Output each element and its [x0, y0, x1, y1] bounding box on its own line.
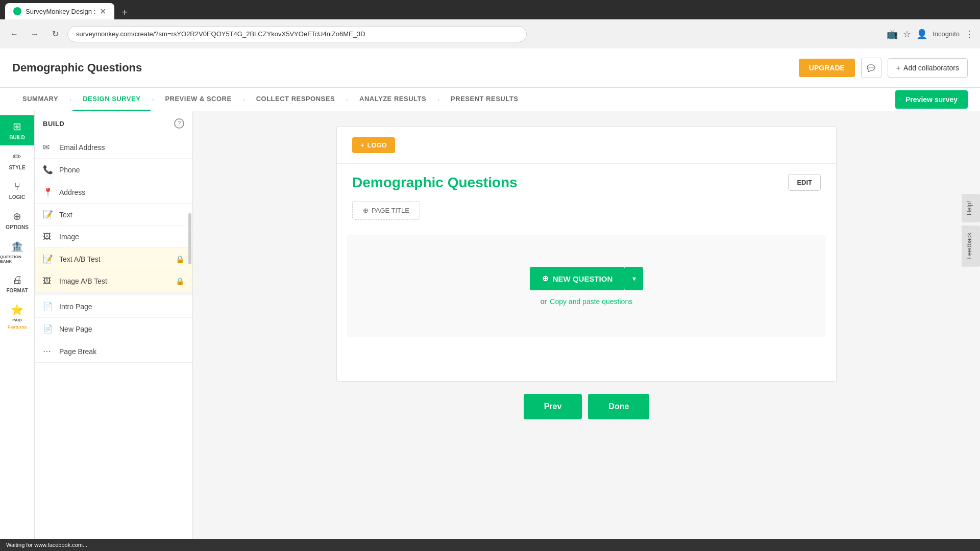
phone-label: Phone — [59, 166, 80, 174]
bookmark-icon[interactable]: ☆ — [903, 29, 911, 40]
page-title-label: PAGE TITLE — [372, 207, 409, 214]
email-label: Email Address — [59, 143, 105, 152]
tab-close-btn[interactable]: ✕ — [100, 7, 106, 16]
new-question-button[interactable]: ⊕ NEW QUESTION — [530, 267, 625, 290]
logic-icon: ⑂ — [14, 181, 20, 192]
address-icon: 📍 — [43, 187, 53, 197]
sidebar-item-logic[interactable]: ⑂ Logic — [0, 176, 34, 205]
nav-summary-label: SUMMARY — [22, 95, 58, 103]
build-item-phone[interactable]: 📞 Phone — [35, 159, 192, 181]
build-item-email[interactable]: ✉ Email Address — [35, 136, 192, 159]
nav-present-label: PRESENT RESULTS — [451, 95, 518, 103]
incognito-label: Incognito — [933, 30, 960, 38]
sidebar-item-question-bank[interactable]: 🏦 Question Bank — [0, 235, 34, 269]
preview-survey-button[interactable]: Preview survey — [895, 90, 968, 109]
build-icon: ⊞ — [13, 120, 21, 133]
copy-paste-row: or Copy and paste questions — [541, 297, 632, 306]
text-ab-label: Text A/B Test — [59, 255, 101, 263]
text-icon: 📝 — [43, 210, 53, 219]
image-icon: 🖼 — [43, 232, 53, 241]
sidebar-item-options[interactable]: ⊕ Options — [0, 205, 34, 235]
main-layout: ⊞ Build ✏ Style ⑂ Logic ⊕ Options 🏦 Ques… — [0, 111, 980, 551]
nav-item-analyze[interactable]: ANALYZE RESULTS — [349, 88, 436, 111]
nav-analyze-label: ANALYZE RESULTS — [359, 95, 426, 103]
browser-toolbar: ← → ↻ surveymonkey.com/create/?sm=rsYO2R… — [0, 19, 980, 48]
nav-preview-label: PREVIEW & SCORE — [165, 95, 231, 103]
nav-item-collect[interactable]: COLLECT RESPONSES — [246, 88, 345, 111]
nav-item-preview[interactable]: PREVIEW & SCORE — [155, 88, 241, 111]
tab-title: SurveyMonkey Design : — [26, 8, 95, 15]
new-tab-button[interactable]: + — [117, 5, 132, 19]
nav-collect-label: COLLECT RESPONSES — [256, 95, 335, 103]
url-text: surveymonkey.com/create/?sm=rsYO2R2V0EQO… — [76, 30, 365, 38]
feedback-label: Feedback — [966, 233, 973, 260]
help-tab[interactable]: Help! — [962, 194, 980, 222]
done-button[interactable]: Done — [588, 394, 649, 419]
circle-plus-icon: ⊕ — [363, 207, 369, 214]
toolbar-right: 📺 ☆ 👤 Incognito ⋮ — [887, 29, 974, 40]
new-question-dropdown-button[interactable]: ▾ — [625, 267, 643, 290]
browser-tab[interactable]: SurveyMonkey Design : ✕ — [5, 3, 114, 19]
build-help-icon[interactable]: ? — [174, 118, 184, 129]
address-label: Address — [59, 188, 85, 196]
logo-button[interactable]: + LOGO — [352, 137, 395, 153]
chevron-down-icon: ▾ — [632, 274, 636, 283]
menu-icon[interactable]: ⋮ — [965, 29, 974, 40]
app-title: Demographic Questions — [12, 61, 142, 84]
text-label: Text — [59, 211, 72, 219]
nav-buttons: Prev Done — [524, 394, 650, 419]
build-panel: BUILD ? ✉ Email Address 📞 Phone 📍 Addres… — [35, 111, 193, 551]
build-item-image[interactable]: 🖼 Image — [35, 226, 192, 248]
sidebar-item-build[interactable]: ⊞ Build — [0, 115, 34, 145]
feedback-tab[interactable]: Feedback — [962, 226, 980, 267]
status-text: Waiting for www.facebook.com... — [6, 542, 87, 548]
or-text: or — [541, 297, 547, 306]
email-icon: ✉ — [43, 142, 53, 152]
build-item-text[interactable]: 📝 Text — [35, 204, 192, 226]
nav-arrow-3: › — [242, 96, 246, 103]
intro-label: Intro Page — [59, 303, 92, 311]
address-bar[interactable]: surveymonkey.com/create/?sm=rsYO2R2V0EQO… — [67, 26, 527, 42]
icon-bar: ⊞ Build ✏ Style ⑂ Logic ⊕ Options 🏦 Ques… — [0, 111, 35, 551]
help-label: Help! — [966, 201, 973, 215]
nav-item-summary[interactable]: SUMMARY — [12, 88, 68, 111]
copy-paste-link[interactable]: Copy and paste questions — [550, 297, 632, 306]
build-item-text-ab[interactable]: 📝 Text A/B Test 🔒 — [35, 248, 192, 270]
scrollbar[interactable] — [188, 213, 191, 264]
image-ab-label: Image A/B Test — [59, 277, 107, 285]
sidebar-item-paid[interactable]: ⭐ Paid Features — [0, 298, 34, 335]
forward-button[interactable]: → — [27, 26, 43, 42]
upgrade-button[interactable]: UPGRADE — [799, 59, 855, 77]
lock-icon-text-ab: 🔒 — [176, 255, 184, 263]
prev-button[interactable]: Prev — [524, 394, 582, 419]
build-item-new-page[interactable]: 📄 New Page — [35, 318, 192, 340]
survey-title-section: Demographic Questions EDIT — [337, 163, 836, 196]
plus-icon: + — [360, 141, 364, 149]
circle-plus-icon: ⊕ — [542, 274, 549, 283]
add-collaborators-button[interactable]: + Add collaborators — [888, 58, 968, 78]
nav-item-present[interactable]: PRESENT RESULTS — [440, 88, 528, 111]
edit-button[interactable]: EDIT — [788, 174, 821, 191]
survey-header-bar: + LOGO — [337, 127, 836, 163]
style-icon: ✏ — [13, 151, 21, 163]
refresh-button[interactable]: ↻ — [47, 26, 63, 42]
nav-item-design[interactable]: DESIGN SURVEY — [72, 88, 151, 111]
build-item-image-ab[interactable]: 🖼 Image A/B Test 🔒 — [35, 270, 192, 292]
back-button[interactable]: ← — [6, 26, 22, 42]
text-ab-icon: 📝 — [43, 254, 53, 264]
intro-icon: 📄 — [43, 302, 53, 311]
main-content: + LOGO Demographic Questions EDIT ⊕ PAGE… — [193, 111, 980, 551]
build-item-page-break[interactable]: ⋯ Page Break — [35, 340, 192, 363]
lock-icon-image-ab: 🔒 — [176, 277, 184, 285]
comment-button[interactable]: 💬 — [861, 58, 881, 78]
nav-arrow-4: › — [345, 96, 349, 103]
build-item-address[interactable]: 📍 Address — [35, 181, 192, 204]
tab-favicon — [13, 7, 21, 15]
sidebar-item-style[interactable]: ✏ Style — [0, 145, 34, 176]
survey-canvas: + LOGO Demographic Questions EDIT ⊕ PAGE… — [336, 127, 837, 382]
sidebar-item-format[interactable]: 🖨 Format — [0, 269, 34, 298]
build-item-intro[interactable]: 📄 Intro Page — [35, 295, 192, 318]
page-title-button[interactable]: ⊕ PAGE TITLE — [352, 201, 420, 220]
format-icon: 🖨 — [12, 274, 22, 286]
profile-icon[interactable]: 👤 — [916, 29, 927, 40]
